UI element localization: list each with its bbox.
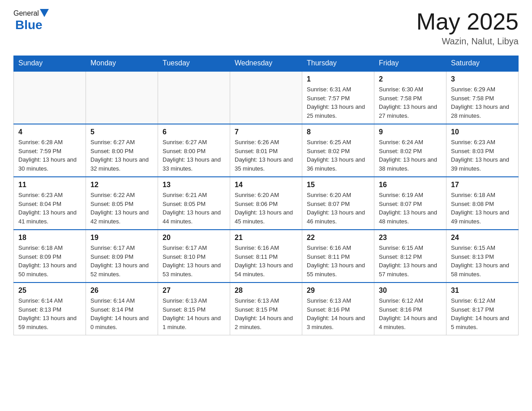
month-year-title: May 2025	[416, 9, 519, 34]
calendar-cell: 4Sunrise: 6:28 AM Sunset: 7:59 PM Daylig…	[14, 124, 86, 177]
day-number: 22	[307, 234, 369, 242]
day-info: Sunrise: 6:12 AM Sunset: 8:17 PM Dayligh…	[451, 296, 514, 331]
calendar-cell: 10Sunrise: 6:23 AM Sunset: 8:03 PM Dayli…	[446, 124, 519, 177]
day-of-week-header: Tuesday	[158, 56, 230, 71]
day-number: 19	[90, 234, 153, 242]
calendar-cell: 20Sunrise: 6:17 AM Sunset: 8:10 PM Dayli…	[158, 230, 230, 283]
day-of-week-header: Friday	[374, 56, 446, 71]
day-info: Sunrise: 6:18 AM Sunset: 8:09 PM Dayligh…	[18, 244, 81, 278]
day-info: Sunrise: 6:23 AM Sunset: 8:03 PM Dayligh…	[451, 138, 514, 173]
day-number: 1	[307, 75, 369, 83]
day-number: 15	[307, 181, 369, 189]
day-info: Sunrise: 6:20 AM Sunset: 8:06 PM Dayligh…	[235, 191, 297, 226]
calendar-cell: 3Sunrise: 6:29 AM Sunset: 7:58 PM Daylig…	[446, 71, 519, 124]
calendar-cell: 13Sunrise: 6:21 AM Sunset: 8:05 PM Dayli…	[158, 177, 230, 230]
calendar-week-row: 4Sunrise: 6:28 AM Sunset: 7:59 PM Daylig…	[14, 124, 519, 177]
day-number: 3	[451, 75, 514, 83]
calendar-table: SundayMondayTuesdayWednesdayThursdayFrid…	[13, 56, 519, 335]
day-info: Sunrise: 6:22 AM Sunset: 8:05 PM Dayligh…	[90, 191, 153, 226]
logo: General Blue	[13, 9, 49, 32]
day-info: Sunrise: 6:24 AM Sunset: 8:02 PM Dayligh…	[379, 138, 442, 173]
day-info: Sunrise: 6:16 AM Sunset: 8:11 PM Dayligh…	[235, 244, 297, 278]
day-info: Sunrise: 6:21 AM Sunset: 8:05 PM Dayligh…	[163, 191, 225, 226]
calendar-cell: 9Sunrise: 6:24 AM Sunset: 8:02 PM Daylig…	[374, 124, 446, 177]
calendar-cell: 21Sunrise: 6:16 AM Sunset: 8:11 PM Dayli…	[230, 230, 302, 283]
calendar-cell	[158, 71, 230, 124]
day-number: 21	[235, 234, 297, 242]
day-info: Sunrise: 6:17 AM Sunset: 8:09 PM Dayligh…	[90, 244, 153, 278]
day-of-week-header: Thursday	[302, 56, 374, 71]
calendar-cell: 7Sunrise: 6:26 AM Sunset: 8:01 PM Daylig…	[230, 124, 302, 177]
calendar-cell: 1Sunrise: 6:31 AM Sunset: 7:57 PM Daylig…	[302, 71, 374, 124]
day-number: 30	[379, 287, 442, 295]
day-number: 12	[90, 181, 153, 189]
calendar-cell: 17Sunrise: 6:18 AM Sunset: 8:08 PM Dayli…	[446, 177, 519, 230]
logo-triangle-icon	[40, 9, 49, 17]
day-info: Sunrise: 6:16 AM Sunset: 8:11 PM Dayligh…	[307, 244, 369, 278]
calendar-cell: 25Sunrise: 6:14 AM Sunset: 8:13 PM Dayli…	[14, 283, 86, 335]
day-info: Sunrise: 6:27 AM Sunset: 8:00 PM Dayligh…	[90, 138, 153, 173]
day-number: 10	[451, 128, 514, 136]
calendar-cell: 22Sunrise: 6:16 AM Sunset: 8:11 PM Dayli…	[302, 230, 374, 283]
calendar-cell: 6Sunrise: 6:27 AM Sunset: 8:00 PM Daylig…	[158, 124, 230, 177]
day-number: 11	[18, 181, 81, 189]
day-info: Sunrise: 6:19 AM Sunset: 8:07 PM Dayligh…	[379, 191, 442, 226]
calendar-cell: 14Sunrise: 6:20 AM Sunset: 8:06 PM Dayli…	[230, 177, 302, 230]
calendar-week-row: 18Sunrise: 6:18 AM Sunset: 8:09 PM Dayli…	[14, 230, 519, 283]
calendar-cell: 15Sunrise: 6:20 AM Sunset: 8:07 PM Dayli…	[302, 177, 374, 230]
day-number: 6	[163, 128, 225, 136]
day-number: 5	[90, 128, 153, 136]
title-section: May 2025 Wazin, Nalut, Libya	[416, 9, 519, 47]
day-of-week-header: Saturday	[446, 56, 519, 71]
calendar-cell: 19Sunrise: 6:17 AM Sunset: 8:09 PM Dayli…	[86, 230, 158, 283]
day-info: Sunrise: 6:15 AM Sunset: 8:13 PM Dayligh…	[451, 244, 514, 278]
calendar-cell: 27Sunrise: 6:13 AM Sunset: 8:15 PM Dayli…	[158, 283, 230, 335]
day-number: 4	[18, 128, 81, 136]
day-number: 23	[379, 234, 442, 242]
day-number: 7	[235, 128, 297, 136]
day-number: 29	[307, 287, 369, 295]
day-info: Sunrise: 6:26 AM Sunset: 8:01 PM Dayligh…	[235, 138, 297, 173]
calendar-week-row: 1Sunrise: 6:31 AM Sunset: 7:57 PM Daylig…	[14, 71, 519, 124]
day-number: 26	[90, 287, 153, 295]
day-info: Sunrise: 6:12 AM Sunset: 8:16 PM Dayligh…	[379, 296, 442, 331]
calendar-cell: 16Sunrise: 6:19 AM Sunset: 8:07 PM Dayli…	[374, 177, 446, 230]
day-number: 24	[451, 234, 514, 242]
calendar-cell: 30Sunrise: 6:12 AM Sunset: 8:16 PM Dayli…	[374, 283, 446, 335]
calendar-cell	[86, 71, 158, 124]
calendar-cell: 18Sunrise: 6:18 AM Sunset: 8:09 PM Dayli…	[14, 230, 86, 283]
day-of-week-header: Wednesday	[230, 56, 302, 71]
calendar-cell: 26Sunrise: 6:14 AM Sunset: 8:14 PM Dayli…	[86, 283, 158, 335]
calendar-week-row: 11Sunrise: 6:23 AM Sunset: 8:04 PM Dayli…	[14, 177, 519, 230]
day-number: 31	[451, 287, 514, 295]
page-header: General Blue May 2025 Wazin, Nalut, Liby…	[13, 9, 519, 47]
day-number: 17	[451, 181, 514, 189]
day-info: Sunrise: 6:20 AM Sunset: 8:07 PM Dayligh…	[307, 191, 369, 226]
day-info: Sunrise: 6:14 AM Sunset: 8:13 PM Dayligh…	[18, 296, 81, 331]
day-number: 20	[163, 234, 225, 242]
day-info: Sunrise: 6:13 AM Sunset: 8:15 PM Dayligh…	[235, 296, 297, 331]
calendar-cell: 31Sunrise: 6:12 AM Sunset: 8:17 PM Dayli…	[446, 283, 519, 335]
logo-general-text: General	[13, 9, 39, 17]
day-info: Sunrise: 6:25 AM Sunset: 8:02 PM Dayligh…	[307, 138, 369, 173]
day-info: Sunrise: 6:27 AM Sunset: 8:00 PM Dayligh…	[163, 138, 225, 173]
day-info: Sunrise: 6:13 AM Sunset: 8:15 PM Dayligh…	[163, 296, 225, 331]
day-number: 25	[18, 287, 81, 295]
day-number: 18	[18, 234, 81, 242]
calendar-header-row: SundayMondayTuesdayWednesdayThursdayFrid…	[14, 56, 519, 71]
day-number: 28	[235, 287, 297, 295]
calendar-cell: 11Sunrise: 6:23 AM Sunset: 8:04 PM Dayli…	[14, 177, 86, 230]
day-info: Sunrise: 6:23 AM Sunset: 8:04 PM Dayligh…	[18, 191, 81, 226]
day-number: 9	[379, 128, 442, 136]
day-info: Sunrise: 6:15 AM Sunset: 8:12 PM Dayligh…	[379, 244, 442, 278]
day-number: 14	[235, 181, 297, 189]
day-number: 27	[163, 287, 225, 295]
calendar-cell: 24Sunrise: 6:15 AM Sunset: 8:13 PM Dayli…	[446, 230, 519, 283]
calendar-cell	[230, 71, 302, 124]
day-info: Sunrise: 6:17 AM Sunset: 8:10 PM Dayligh…	[163, 244, 225, 278]
calendar-cell: 29Sunrise: 6:13 AM Sunset: 8:16 PM Dayli…	[302, 283, 374, 335]
logo-blue-text: Blue	[15, 18, 49, 32]
day-info: Sunrise: 6:30 AM Sunset: 7:58 PM Dayligh…	[379, 85, 442, 120]
day-info: Sunrise: 6:13 AM Sunset: 8:16 PM Dayligh…	[307, 296, 369, 331]
day-number: 8	[307, 128, 369, 136]
